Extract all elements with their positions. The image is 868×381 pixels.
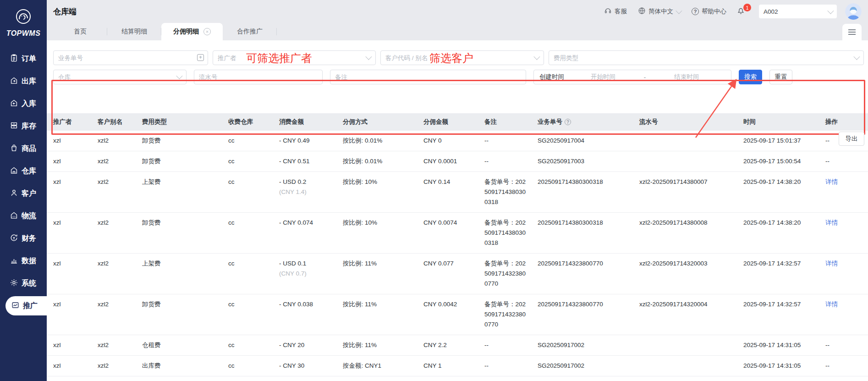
sidebar-item-inbound[interactable]: 入库 [0,93,47,115]
tab-home[interactable]: 首页 [53,23,107,40]
business-no-input[interactable] [53,50,208,65]
cell-promoter: xzl [53,340,98,350]
cell-action[interactable]: 详情 [825,299,868,309]
sidebar-item-label: 推广 [23,301,38,311]
sidebar-item-data[interactable]: 数据 [0,250,47,272]
table-row: xzl xzl2 卸货费 cc - CNY 0.51 按比例: 0.01% CN… [47,151,868,172]
warehouse-icon [10,166,18,177]
export-button[interactable]: 导出 [839,132,864,146]
header-remark: 备注 [484,118,538,126]
cell-business-no: 2025091714380300318 [538,177,639,187]
finance-icon [10,233,18,244]
brand-name: TOPWMS [0,29,47,38]
cell-customer-alias: xzl2 [98,299,142,309]
cell-business-no: 2025091714380300318 [538,218,639,228]
table-row: xzl xzl2 出库费 cc - CNY 30 按金额: CNY1 CNY 1… [47,356,868,376]
cell-commission-method: 按比例: 0.01% [343,156,423,166]
tab-cooperation-promotion[interactable]: 合作推广 [223,23,277,40]
language-switcher[interactable]: 简体中文 [638,7,681,16]
customer-field [380,50,544,65]
sidebar-item-system[interactable]: 系统 [0,272,47,295]
customer-service-item[interactable]: 客服 [604,7,627,16]
reset-button[interactable]: 重置 [769,70,792,84]
sidebar-item-warehouse[interactable]: 仓库 [0,160,47,182]
notification-bell[interactable]: 1 [736,6,745,17]
page-title: 仓库端 [53,6,77,17]
cell-commission-amount: CNY 0.077 [423,259,484,269]
sidebar-item-label: 仓库 [22,166,36,176]
cell-time: 2025-09-17 14:32:57 [743,299,825,309]
sidebar-item-label: 出库 [22,77,36,86]
promoter-select[interactable] [213,50,376,65]
remark-input[interactable] [330,70,526,84]
cell-amount: - USD 0.1 (CNY 0.7) [279,259,343,279]
start-time-placeholder[interactable]: 开始时间 [564,73,642,81]
sidebar-menu: 订单 出库 入库 库存 商品 仓库 [0,48,47,315]
chevron-down-icon [676,8,682,14]
cell-business-no: 2025091714323800770 [538,259,639,269]
date-separator: - [642,74,648,81]
cell-charge-warehouse: cc [228,218,279,228]
sidebar-item-goods[interactable]: 商品 [0,138,47,160]
cell-action[interactable]: 详情 [825,259,868,269]
tab-list-menu-button[interactable] [842,24,862,40]
brand-logo: TOPWMS [0,0,47,38]
cell-remark: 备货单号：2025091714380300318 [484,177,538,207]
cell-action: -- [825,156,868,166]
help-circle-icon: ? [692,8,699,15]
sidebar-item-customers[interactable]: 客户 [0,182,47,205]
cell-remark: 备货单号：2025091714323800770 [484,299,538,330]
sidebar-item-orders[interactable]: 订单 [0,48,47,70]
cell-time: 2025-09-17 14:31:05 [743,361,825,371]
cell-commission-amount: CNY 0.0001 [423,156,484,166]
cell-action[interactable]: 详情 [825,177,868,187]
sidebar-item-finance[interactable]: 财务 [0,227,47,250]
cell-time: 2025-09-17 14:38:20 [743,177,825,187]
sidebar-item-outbound[interactable]: 出库 [0,70,47,93]
fee-type-select[interactable] [549,50,864,65]
cell-charge-warehouse: cc [228,361,279,371]
amount-main: - USD 0.2 [279,177,335,187]
cell-customer-alias: xzl2 [98,340,142,350]
cell-serial-no: xzl2-2025091714380008 [639,218,743,228]
multi-input-icon[interactable]: + [197,54,204,61]
header-charge-warehouse: 收费仓库 [228,118,279,126]
search-button[interactable]: 搜索 [739,70,762,84]
main-area: 仓库端 客服 简体中文 ? 帮助中心 1 [47,0,868,381]
cell-charge-warehouse: cc [228,299,279,309]
remark-field [330,70,526,84]
warehouse-select[interactable] [53,70,187,84]
amount-main: - CNY 20 [279,340,335,350]
end-time-placeholder[interactable]: 结束时间 [648,73,725,81]
account-select[interactable]: A002 [759,5,837,18]
sidebar-item-promotion[interactable]: 推广 [5,296,47,315]
cell-time: 2025-09-17 15:01:37 [743,136,825,146]
sidebar-item-logistics[interactable]: 物流 [0,205,47,227]
create-time-label: 创建时间 [539,73,564,81]
sidebar-item-inventory[interactable]: 库存 [0,115,47,138]
table-row: xzl xzl2 上架费 cc - USD 0.2 (CNY 1.4) 按比例:… [47,172,868,213]
topbar: 仓库端 客服 简体中文 ? 帮助中心 1 [47,0,868,23]
cell-charge-warehouse: cc [228,177,279,187]
cell-remark: -- [484,136,538,146]
tab-label: 首页 [74,28,87,36]
table-header-row: 推广者 客户别名 费用类型 收费仓库 消费金额 分佣方式 分佣金额 备注 业务单… [47,113,868,131]
help-center-item[interactable]: ? 帮助中心 [692,7,726,16]
chevron-down-icon [827,8,834,14]
tab-label: 合作推广 [237,28,263,36]
cell-action[interactable]: 详情 [825,218,868,228]
serial-no-input[interactable] [194,70,323,84]
close-icon[interactable]: × [203,28,211,35]
create-time-range[interactable]: 创建时间 开始时间 - 结束时间 [533,70,731,84]
help-circle-icon[interactable]: ? [565,119,571,125]
cell-customer-alias: xzl2 [98,136,142,146]
sidebar-item-label: 入库 [22,99,36,109]
customer-select[interactable] [380,50,544,65]
cell-time: 2025-09-17 14:31:05 [743,340,825,350]
cell-action: -- [825,361,868,371]
cell-charge-warehouse: cc [228,136,279,146]
tab-label: 结算明细 [121,28,147,36]
avatar[interactable] [845,3,862,20]
tab-commission-details[interactable]: 分佣明细 × [161,23,223,40]
tab-settlement-details[interactable]: 结算明细 [107,23,161,40]
